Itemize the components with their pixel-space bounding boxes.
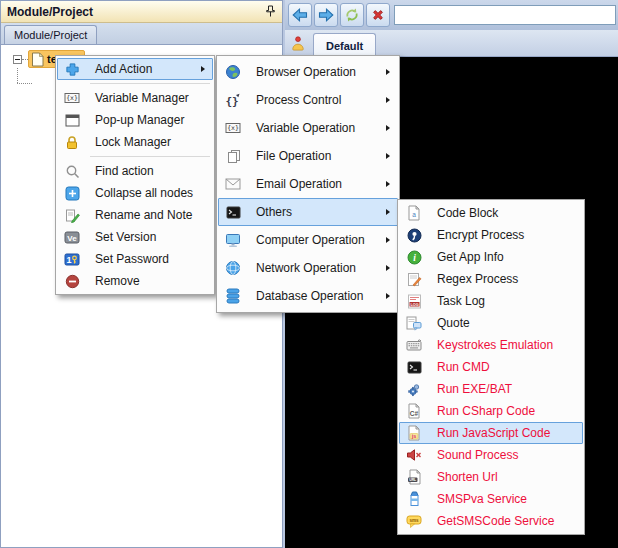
menu-item-remove[interactable]: Remove [57,270,213,292]
menu-item-collapse-all-nodes[interactable]: Collapse all nodes [57,182,213,204]
rename-note-icon [58,208,86,223]
lock-icon [58,135,86,150]
url-doc-icon: URL [400,469,428,485]
menu-item-process-control[interactable]: {}Process Control [218,86,398,114]
tree-connector [17,83,32,84]
network-sphere-icon [219,260,247,276]
app-info-icon: i [400,250,428,265]
menu-item-shorten-url[interactable]: URLShorten Url [399,466,583,488]
menu-item-task-log[interactable]: LOGTask Log [399,290,583,312]
tree-connector [17,68,18,83]
address-input[interactable] [394,5,616,25]
menu-item-label: Lock Manager [86,135,212,149]
menu-item-label: Others [247,205,386,219]
stop-x-icon [370,7,386,23]
submenu-arrow-icon [201,66,205,72]
menu-item-code-block[interactable]: aCode Block [399,202,583,224]
menu-item-smspva-service[interactable]: SMSPva Service [399,488,583,510]
submenu-arrow-icon [386,293,390,299]
svg-text:a: a [412,211,416,218]
magnifier-icon [58,164,86,179]
menu-item-set-password[interactable]: 1Set Password [57,248,213,270]
menu-item-regex-process[interactable]: Regex Process [399,268,583,290]
svg-text:1: 1 [66,255,71,265]
version-ve-icon: Ve [58,231,86,244]
quote-doc-icon [400,316,428,331]
menu-item-browser-operation[interactable]: Browser Operation [218,58,398,86]
files-icon [219,149,247,164]
menu-item-label: Collapse all nodes [86,186,212,200]
menu-item-run-cmd[interactable]: Run CMD [399,356,583,378]
menu-item-file-operation[interactable]: File Operation [218,142,398,170]
svg-text:sms: sms [409,517,419,522]
menu-item-label: Run CMD [428,360,582,374]
tree-collapse-toggle[interactable] [13,55,22,64]
envelope-icon [219,178,247,190]
menu-item-pop-up-manager[interactable]: Pop-up Manager [57,109,213,131]
menu-item-label: Process Control [247,93,386,107]
tab-module-project[interactable]: Module/Project [4,25,97,44]
menu-item-run-javascript-code[interactable]: jsRun JavaScript Code [399,422,583,444]
forward-button[interactable] [314,3,338,27]
arrow-left-icon [291,7,309,23]
menu-item-get-app-info[interactable]: iGet App Info [399,246,583,268]
menu-item-others[interactable]: Others [218,198,398,226]
menu-item-label: Database Operation [247,289,386,303]
menu-item-sound-process[interactable]: Sound Process [399,444,583,466]
menu-separator [90,156,210,157]
menu-item-encrypt-process[interactable]: Encrypt Process [399,224,583,246]
menu-item-label: Regex Process [428,272,582,286]
menu-item-label: Pop-up Manager [86,113,212,127]
process-braces-icon: {} [219,92,247,108]
menu-item-computer-operation[interactable]: Computer Operation [218,226,398,254]
menu-item-label: Run CSharp Code [428,404,582,418]
tab-default[interactable]: Default [313,33,376,57]
menu-item-label: Add Action [86,62,201,76]
svg-text:js: js [411,433,417,439]
menu-item-lock-manager[interactable]: Lock Manager [57,131,213,153]
menu-item-label: Variable Manager [86,91,212,105]
terminal-icon [219,206,247,219]
svg-text:Ve: Ve [67,233,77,242]
bell-icon[interactable] [290,35,306,52]
menu-item-label: Remove [86,274,212,288]
menu-item-getsmscode-service[interactable]: smsGetSMSCode Service [399,510,583,532]
menu-item-label: Quote [428,316,582,330]
menu-item-set-version[interactable]: VeSet Version [57,226,213,248]
project-page-icon [31,52,44,67]
menu-item-quote[interactable]: Quote [399,312,583,334]
refresh-button[interactable] [340,3,364,27]
menu-item-label: Set Version [86,230,212,244]
menu-item-rename-and-note[interactable]: Rename and Note [57,204,213,226]
menu-item-label: Computer Operation [247,233,386,247]
menu-item-label: Set Password [86,252,212,266]
popup-window-icon [58,114,86,127]
menu-item-label: File Operation [247,149,386,163]
menu-item-run-csharp-code[interactable]: C#Run CSharp Code [399,400,583,422]
others-submenu: aCode BlockEncrypt ProcessiGet App InfoR… [397,199,585,535]
monitor-icon [219,233,247,248]
submenu-arrow-icon [386,69,390,75]
menu-item-email-operation[interactable]: Email Operation [218,170,398,198]
sms-carton-icon [400,491,428,507]
stop-button[interactable] [366,3,390,27]
pushpin-icon[interactable] [265,5,276,18]
submenu-arrow-icon [386,125,390,131]
arrow-right-icon [317,7,335,23]
menu-item-keystrokes-emulation[interactable]: Keystrokes Emulation [399,334,583,356]
menu-item-label: Email Operation [247,177,386,191]
task-log-icon: LOG [400,294,428,309]
menu-item-run-exe-bat[interactable]: Run EXE/BAT [399,378,583,400]
globe-icon [219,64,247,80]
menu-item-variable-operation[interactable]: {x}Variable Operation [218,114,398,142]
menu-item-database-operation[interactable]: Database Operation [218,282,398,310]
browser-tab-bar: Default [285,30,618,57]
svg-text:LOG: LOG [410,302,418,306]
sms-bubble-icon: sms [400,514,428,529]
menu-item-network-operation[interactable]: Network Operation [218,254,398,282]
back-button[interactable] [288,3,312,27]
menu-item-variable-manager[interactable]: {x}Variable Manager [57,87,213,109]
menu-item-add-action[interactable]: Add Action [57,58,213,80]
menu-item-find-action[interactable]: Find action [57,160,213,182]
browser-toolbar [285,0,618,30]
